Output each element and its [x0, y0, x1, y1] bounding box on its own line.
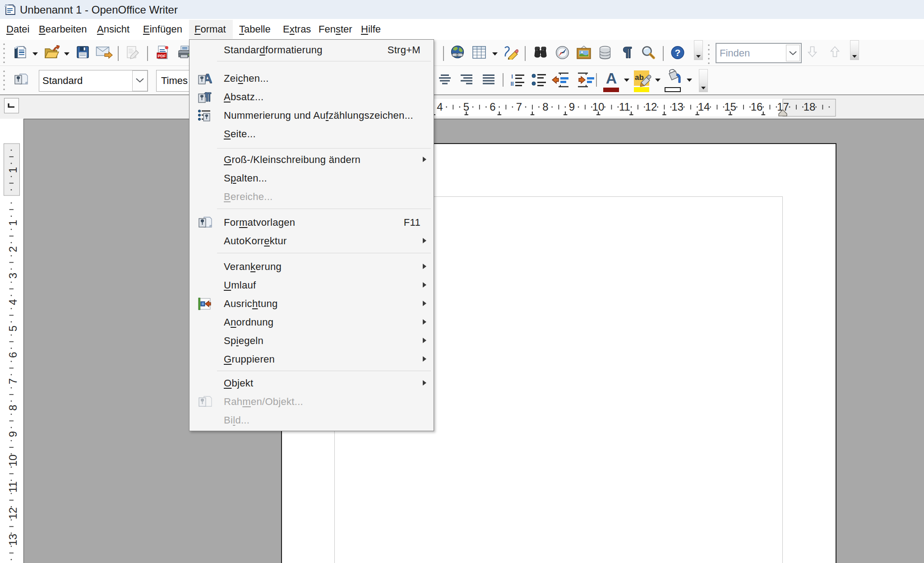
- svg-text:1: 1: [7, 220, 19, 226]
- svg-text:16: 16: [751, 101, 763, 113]
- svg-text:?: ?: [675, 47, 681, 58]
- svg-text:12: 12: [7, 507, 19, 520]
- svg-text:I: I: [511, 73, 513, 80]
- svg-text:18: 18: [804, 101, 816, 113]
- svg-text:11: 11: [7, 481, 19, 493]
- svg-text:8: 8: [7, 405, 19, 410]
- svg-text:13: 13: [671, 101, 684, 113]
- svg-text:10: 10: [592, 101, 605, 113]
- svg-text:14: 14: [698, 101, 710, 113]
- svg-text:7: 7: [7, 378, 19, 384]
- svg-text:9: 9: [7, 431, 19, 437]
- svg-text:2: 2: [7, 246, 19, 252]
- svg-text:3: 3: [7, 273, 19, 279]
- svg-text:6: 6: [7, 352, 19, 358]
- svg-text:1: 1: [7, 167, 19, 173]
- svg-text:6: 6: [490, 101, 495, 113]
- svg-text:11: 11: [619, 101, 630, 113]
- svg-text:10: 10: [7, 455, 19, 467]
- svg-text:15: 15: [724, 101, 736, 113]
- svg-text:II: II: [510, 80, 513, 87]
- svg-text:7: 7: [516, 101, 522, 113]
- svg-text:13: 13: [7, 534, 19, 546]
- svg-text:5: 5: [463, 101, 469, 113]
- svg-text:12: 12: [645, 101, 657, 113]
- svg-text:4: 4: [437, 101, 443, 113]
- svg-text:5: 5: [7, 326, 19, 331]
- svg-text:9: 9: [569, 101, 575, 113]
- svg-text:4: 4: [7, 299, 19, 305]
- svg-text:PDF: PDF: [158, 54, 166, 58]
- svg-text:8: 8: [542, 101, 548, 113]
- svg-text:ab: ab: [635, 73, 644, 82]
